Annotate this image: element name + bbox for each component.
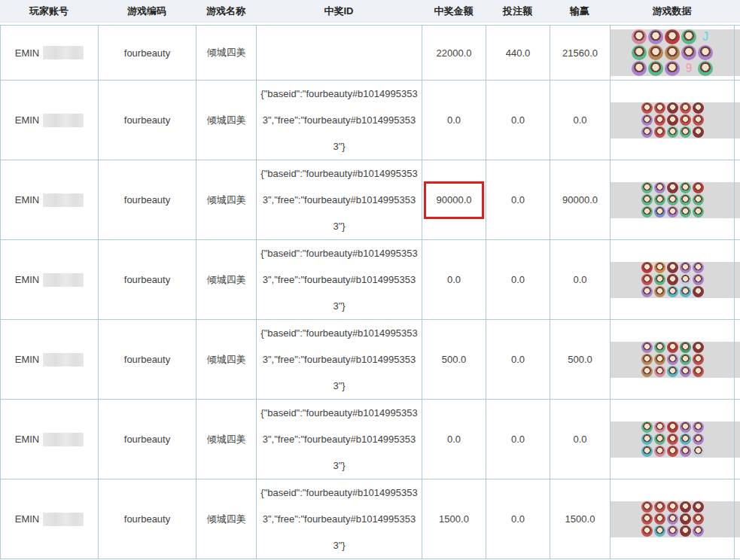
character-symbol-icon [641,434,653,445]
cell-game-name: 倾城四美 [196,400,257,479]
cell-win-id: {"baseid":"fourbeauty#b10149953533","fre… [257,81,422,160]
cell-game-data [611,400,735,479]
character-symbol-icon [632,45,647,60]
win-id-text: {"baseid":"fourbeauty#b10149953533","fre… [257,320,422,399]
cell-win-loss: 0.0 [550,400,611,479]
character-symbol-icon [680,126,691,138]
character-symbol-icon [641,206,653,218]
cell-game-data [611,240,735,320]
player-account-text: EMIN [15,513,40,525]
cell-player-account: EMIN [1,320,99,400]
win-amount-text: 1500.0 [439,513,469,525]
character-symbol-icon [667,182,678,193]
cell-win-amount: 0.0 [422,81,486,160]
redacted-account-blur [43,46,84,59]
cell-win-id: {"baseid":"fourbeauty#b10149953533","fre… [257,320,422,400]
game-data-image [611,501,734,537]
cell-game-data-overflow [735,81,740,160]
character-symbol-icon [667,513,678,525]
symbol-grid: J9 [632,29,713,76]
character-symbol-icon [693,354,704,365]
win-amount-text: 500.0 [442,354,467,365]
cell-game-data-overflow [735,320,740,400]
player-account-text: EMIN [15,274,40,285]
cell-game-data [611,479,735,559]
column-header-player-account: 玩家账号 [0,5,98,18]
win-id-text: {"baseid":"fourbeauty#b10149953533","fre… [257,479,422,558]
win-id-text: {"baseid":"fourbeauty#b10149953533","fre… [257,240,422,319]
character-symbol-icon [654,342,665,353]
symbol-grid [641,422,704,457]
character-symbol-icon [654,274,665,285]
cell-win-loss: 21560.0 [550,26,611,81]
win-amount-text: 90000.0 [437,194,472,205]
character-symbol-icon [641,366,653,377]
character-symbol-icon [680,102,691,114]
character-symbol-icon [680,525,691,537]
cell-game-data-overflow [735,240,740,320]
character-symbol-icon [680,434,691,445]
character-symbol-icon [654,114,665,126]
cell-win-amount: 0.0 [422,240,486,320]
character-symbol-icon [680,354,691,365]
character-symbol-icon [693,102,704,114]
character-symbol-icon [680,194,691,205]
cell-game-code: fourbeauty [99,81,196,160]
character-symbol-icon [641,342,653,353]
character-symbol-icon [693,525,704,537]
character-symbol-icon [667,342,678,353]
cell-player-account: EMIN [1,26,99,81]
cell-bet-amount: 0.0 [486,240,550,320]
table-row: EMIN fourbeauty 倾城四美 {"baseid":"fourbeau… [1,81,740,160]
cell-game-data [611,81,735,160]
redacted-account-blur [43,114,84,127]
character-symbol-icon [667,274,678,285]
character-symbol-icon [654,525,665,537]
cell-player-account: EMIN [1,81,99,160]
symbol-grid [641,102,704,138]
column-header-game-data: 游戏数据 [610,5,734,18]
table-header-row: 玩家账号 游戏编码 游戏名称 中奖ID 中奖金额 投注额 输赢 游戏数据 [0,0,740,23]
character-symbol-icon [641,274,653,285]
character-symbol-icon [641,354,653,365]
table-row: EMIN fourbeauty 倾城四美 {"baseid":"fourbeau… [1,320,740,400]
game-data-image [611,102,734,138]
cell-game-code: fourbeauty [99,400,196,479]
cell-win-amount: 90000.0 [422,160,486,240]
character-symbol-icon [667,126,678,138]
character-symbol-icon [654,286,665,297]
character-symbol-icon [641,126,653,138]
cell-bet-amount: 0.0 [486,320,550,400]
cell-game-name: 倾城四美 [196,479,257,559]
character-symbol-icon [693,126,704,138]
character-symbol-icon [680,262,691,273]
cell-win-amount: 22000.0 [422,26,486,81]
cell-game-code: fourbeauty [99,26,196,81]
character-symbol-icon [654,262,665,273]
character-symbol-icon [641,422,653,433]
game-data-image-cutoff [735,342,740,378]
cell-game-code: fourbeauty [99,240,196,320]
character-symbol-icon [667,206,678,218]
cell-player-account: EMIN [1,240,99,320]
game-data-image-cutoff [735,29,740,76]
card-symbol-icon: J [698,29,713,44]
character-symbol-icon [680,342,691,353]
redacted-account-blur [43,433,84,446]
character-symbol-icon [680,513,691,525]
character-symbol-icon [654,182,665,193]
character-symbol-icon [648,29,663,44]
table-row: EMIN fourbeauty 倾城四美 22000.0 440.0 21560… [1,26,740,81]
cell-game-name: 倾城四美 [196,81,257,160]
win-amount-text: 0.0 [447,274,461,285]
card-symbol-icon: 9 [681,61,696,76]
character-symbol-icon [693,513,704,525]
cell-win-id: {"baseid":"fourbeauty#b10149953533","fre… [257,160,422,240]
cell-win-loss: 90000.0 [550,160,611,240]
game-data-image [611,182,734,218]
character-symbol-icon [648,61,663,76]
character-symbol-icon [654,513,665,525]
win-id-text: {"baseid":"fourbeauty#b10149953533","fre… [257,160,422,239]
cell-game-data-overflow [735,479,740,559]
character-symbol-icon [641,286,653,297]
